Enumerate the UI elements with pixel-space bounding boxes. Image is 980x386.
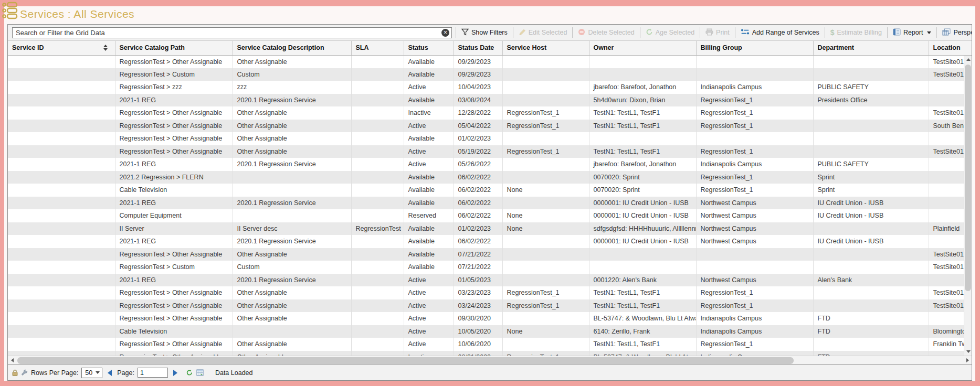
cell-service_id[interactable] [8, 248, 115, 261]
table-row[interactable]: 2021.2 Regression > FLERNAvailable06/02/… [8, 171, 972, 184]
cell-sla[interactable] [351, 235, 404, 248]
cell-service_id[interactable] [8, 235, 115, 248]
export-grid-icon[interactable] [196, 369, 204, 376]
cell-owner[interactable]: TestN1: TestL1, TestF1 [589, 120, 696, 133]
cell-department[interactable]: FTD [813, 325, 929, 338]
cell-sla[interactable]: RegressionTest [351, 222, 404, 235]
cell-service_host[interactable] [502, 55, 589, 68]
cell-catalog_description[interactable] [233, 184, 351, 197]
cell-status_date[interactable]: 06/02/2022 [454, 171, 502, 184]
cell-department[interactable]: Alen's Bank [813, 274, 929, 287]
cell-owner[interactable] [589, 132, 696, 145]
cell-department[interactable]: IU Credit Union - IUSB [813, 235, 929, 248]
cell-catalog_description[interactable]: Custom [233, 68, 351, 81]
table-row[interactable]: Cable TelevisionActive10/05/2020None6140… [8, 325, 972, 338]
table-row[interactable]: RegressionTest > Other AssignableOther A… [8, 338, 972, 351]
cell-service_host[interactable] [502, 132, 589, 145]
cell-owner[interactable]: 0070020: Sprint [589, 184, 696, 197]
cell-status_date[interactable]: 01/02/2023 [454, 222, 502, 235]
cell-catalog_description[interactable]: Other Assignable [233, 132, 351, 145]
scroll-right-icon[interactable] [963, 356, 972, 364]
cell-service_id[interactable] [8, 299, 115, 313]
cell-sla[interactable] [351, 158, 404, 171]
refresh-icon[interactable] [186, 369, 193, 376]
column-header-catalog_path[interactable]: Service Catalog Path [115, 41, 233, 55]
cell-billing_group[interactable]: Indianapolis Campus [696, 158, 813, 171]
cell-service_host[interactable] [502, 171, 589, 184]
cell-billing_group[interactable] [696, 55, 813, 68]
cell-service_id[interactable] [8, 184, 115, 197]
cell-catalog_path[interactable]: 2021-1 REG [115, 158, 233, 171]
cell-status[interactable]: Inactive [404, 351, 454, 356]
table-row[interactable]: RegressionTest > Other AssignableOther A… [8, 312, 972, 325]
cell-status_date[interactable]: 09/29/2023 [454, 68, 502, 81]
cell-owner[interactable] [589, 248, 696, 261]
column-header-service_id[interactable]: Service ID [8, 41, 115, 55]
cell-catalog_description[interactable]: II Server desc [233, 222, 351, 235]
horizontal-scrollbar[interactable] [8, 356, 972, 364]
cell-catalog_path[interactable]: Cable Television [115, 184, 233, 197]
cell-status_date[interactable]: 01/02/2023 [454, 132, 502, 145]
cell-status[interactable]: Available [404, 248, 454, 261]
cell-department[interactable]: IU Credit Union - IUSB [813, 209, 929, 222]
cell-department[interactable] [813, 248, 929, 261]
scroll-down-icon[interactable] [964, 348, 972, 356]
cell-department[interactable] [813, 68, 929, 81]
cell-catalog_description[interactable]: Other Assignable [233, 106, 351, 120]
cell-billing_group[interactable]: Indianapolis Campus [696, 312, 813, 325]
table-row[interactable]: RegressionTest > Other AssignableOther A… [8, 132, 972, 145]
cell-owner[interactable]: 0000001: IU Credit Union - IUSB [589, 235, 696, 248]
cell-billing_group[interactable]: RegressionTest_1 [696, 171, 813, 184]
cell-sla[interactable] [351, 184, 404, 197]
cell-status[interactable]: Inactive [404, 106, 454, 120]
table-row[interactable]: Cable TelevisionAvailable06/02/2022None0… [8, 184, 972, 197]
cell-billing_group[interactable]: Northwest Campus [696, 197, 813, 210]
cell-service_id[interactable] [8, 94, 115, 107]
cell-service_id[interactable] [8, 274, 115, 287]
cell-billing_group[interactable]: RegressionTest_1 [696, 94, 813, 107]
cell-catalog_path[interactable]: RegressionTest > Other Assignable [115, 120, 233, 133]
cell-sla[interactable] [351, 261, 404, 274]
table-row[interactable]: 2021-1 REG2020.1 Regression ServiceAvail… [8, 94, 972, 107]
cell-department[interactable] [813, 145, 929, 158]
cell-owner[interactable]: TestN1: TestL1, TestF1 [589, 286, 696, 299]
cell-service_id[interactable] [8, 81, 115, 94]
cell-department[interactable]: PUBLIC SAFETY [813, 158, 929, 171]
column-header-status[interactable]: Status [404, 41, 454, 55]
cell-sla[interactable] [351, 68, 404, 81]
cell-status[interactable]: Available [404, 261, 454, 274]
cell-status[interactable]: Available [404, 197, 454, 210]
cell-sla[interactable] [351, 171, 404, 184]
cell-service_id[interactable] [8, 145, 115, 158]
cell-catalog_description[interactable]: Custom [233, 261, 351, 274]
cell-service_id[interactable] [8, 197, 115, 210]
cell-service_host[interactable]: RegressionTest_1 [502, 106, 589, 120]
table-row[interactable]: RegressionTest > Other AssignableOther A… [8, 248, 972, 261]
previous-page-icon[interactable] [108, 370, 112, 376]
table-row[interactable]: 2021-1 REG2020.1 Regression ServiceAvail… [8, 197, 972, 210]
search-input[interactable] [12, 27, 452, 38]
cell-service_id[interactable] [8, 106, 115, 120]
scroll-left-icon[interactable] [8, 356, 16, 364]
cell-department[interactable]: Sprint [813, 171, 929, 184]
table-row[interactable]: RegressionTest > CustomCustomAvailable07… [8, 261, 972, 274]
cell-status[interactable]: Active [404, 81, 454, 94]
cell-catalog_path[interactable]: RegressionTest > Other Assignable [115, 299, 233, 313]
cell-sla[interactable] [351, 94, 404, 107]
cell-catalog_path[interactable]: RegressionTest > Other Assignable [115, 106, 233, 120]
cell-billing_group[interactable]: RegressionTest_1 [696, 299, 813, 313]
cell-status_date[interactable]: 03/23/2023 [454, 286, 502, 299]
cell-status[interactable]: Active [404, 286, 454, 299]
cell-catalog_path[interactable]: RegressionTest > Custom [115, 68, 233, 81]
cell-catalog_description[interactable]: Other Assignable [233, 55, 351, 68]
cell-billing_group[interactable]: Northwest Campus [696, 222, 813, 235]
cell-service_host[interactable]: RegressionTest_1 [502, 286, 589, 299]
cell-status[interactable]: Active [404, 325, 454, 338]
cell-catalog_description[interactable]: Other Assignable [233, 299, 351, 313]
cell-status_date[interactable]: 07/21/2022 [454, 248, 502, 261]
cell-owner[interactable] [589, 55, 696, 68]
cell-billing_group[interactable]: Indianapolis Campus [696, 325, 813, 338]
show-filters-button[interactable]: Show Filters [460, 27, 509, 38]
table-row[interactable]: Computer EquipmentReserved06/02/2022None… [8, 209, 972, 222]
next-page-icon[interactable] [173, 370, 177, 376]
